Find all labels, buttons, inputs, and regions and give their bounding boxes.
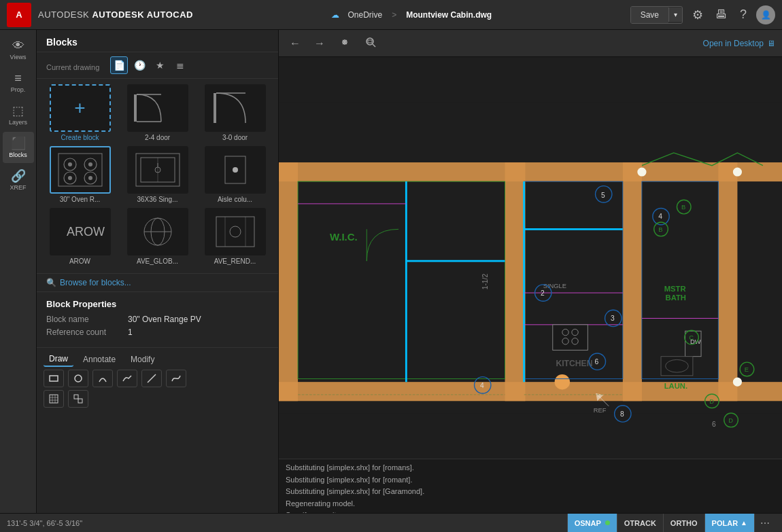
side-panel: Blocks Current drawing 📄 🕐 ★ ≣ + Create … [37, 30, 279, 513]
desktop-icon: 🖥 [767, 39, 775, 48]
svg-rect-102 [553, 325, 588, 350]
tab-icon-file[interactable]: 📄 [110, 56, 128, 74]
list-item[interactable]: AROW AROW [42, 208, 118, 268]
browse-blocks-link[interactable]: 🔍 Browse for blocks... [37, 273, 278, 291]
blocks-label: Blocks [9, 152, 27, 158]
block-sink-label: 36X36 Sing... [127, 196, 188, 203]
tab-draw[interactable]: Draw [44, 352, 73, 367]
tab-icon-favorites[interactable]: ★ [151, 56, 169, 74]
sidebar-item-layers[interactable]: ⬚ Layers [3, 99, 34, 130]
svg-text:1-1/2: 1-1/2 [481, 274, 489, 290]
drawing-area: ← → Open in Desktop 🖥 [279, 30, 782, 513]
open-desktop-label: Open in Desktop [703, 39, 764, 48]
svg-text:REF: REF [594, 407, 607, 414]
rectangle-tool[interactable] [44, 370, 64, 387]
status-bar: 131'-5 3/4", 66'-5 3/16" OSNAP OTRACK OR… [0, 513, 782, 532]
sidebar-item-properties[interactable]: ≡ Prop. [3, 67, 34, 98]
main-area: 👁 Views ≡ Prop. ⬚ Layers ⬛ Blocks 🔗 XREF… [0, 30, 782, 513]
save-button[interactable]: Save [631, 7, 668, 23]
app-title: AUTODESK AUTODESK AUTOCAD [38, 10, 193, 20]
block-grid: + Create block 2-4 door [37, 79, 278, 273]
spline-tool[interactable] [166, 370, 186, 387]
line-tool[interactable] [141, 370, 162, 387]
pan-tool[interactable] [335, 33, 355, 54]
svg-rect-3 [214, 93, 216, 123]
svg-line-31 [148, 374, 156, 383]
otrack-toggle[interactable]: OTRACK [617, 514, 663, 532]
block-2-4-door-label: 2-4 door [127, 134, 188, 141]
status-more-button[interactable]: ⋯ [754, 514, 775, 532]
open-in-desktop-button[interactable]: Open in Desktop 🖥 [703, 39, 775, 48]
tab-annotate[interactable]: Annotate [78, 353, 121, 366]
svg-rect-47 [623, 162, 642, 401]
arc-tool[interactable] [92, 370, 113, 387]
help-button[interactable]: ? [737, 5, 749, 24]
cloud-icon: ☁ [331, 10, 339, 20]
prop-label-refcount: Reference count [46, 327, 128, 337]
svg-text:KITCHEN: KITCHEN [556, 359, 592, 368]
svg-rect-38 [78, 399, 82, 403]
svg-text:AROW: AROW [67, 225, 105, 238]
osnap-toggle[interactable]: OSNAP [567, 514, 617, 532]
coordinates-display: 131'-5 3/4", 66'-5 3/16" [7, 519, 567, 527]
list-item[interactable]: Aisle colu... [197, 146, 273, 206]
svg-text:6: 6 [712, 421, 716, 428]
circle-tool[interactable] [68, 370, 88, 387]
filename: Mountview Cabin.dwg [406, 10, 492, 20]
cmd-msg-2: Substituting [simplex.shx] for [romant]. [286, 474, 775, 486]
block-2-4-door-thumb [127, 84, 188, 132]
undo-button[interactable]: ← [286, 35, 305, 52]
print-button[interactable]: 🖶 [713, 5, 730, 24]
prop-row-refcount: Reference count 1 [46, 327, 269, 337]
list-item[interactable]: 36X36 Sing... [120, 146, 195, 206]
command-line: Substituting [simplex.shx] for [romans].… [279, 459, 782, 513]
list-item[interactable]: + Create block [42, 84, 118, 144]
layers-label: Layers [9, 119, 27, 126]
cmd-msg-5: Specify opposite corner: [286, 510, 775, 513]
canvas-area[interactable]: W.I.C. SINGLE MSTR BATH KITCHEN LAUN. DW… [279, 57, 782, 459]
draw-tools-row-2 [44, 390, 271, 408]
create-block-thumb: + [50, 84, 111, 132]
tab-icon-recent[interactable]: 🕐 [131, 56, 148, 74]
browse-link-text: Browse for blocks... [60, 278, 131, 287]
list-item[interactable]: 30" Oven R... [42, 146, 118, 206]
block-3-0-door-label: 3-0 door [205, 134, 266, 141]
sidebar-item-xref[interactable]: 🔗 XREF [3, 164, 34, 196]
polar-toggle[interactable]: POLAR ▲ [704, 514, 754, 532]
sidebar-item-views[interactable]: 👁 Views [3, 34, 34, 65]
block-arow-thumb: AROW [50, 208, 111, 255]
avatar[interactable]: 👤 [756, 5, 775, 24]
list-item[interactable]: 2-4 door [120, 84, 195, 144]
cmd-msg-3: Substituting [simplex.shx] for [Garamond… [286, 486, 775, 498]
svg-rect-29 [50, 376, 58, 381]
views-label: Views [10, 54, 27, 60]
list-item[interactable]: AVE_REND... [197, 208, 273, 268]
svg-text:B: B [681, 204, 685, 211]
list-item[interactable]: 3-0 door [197, 84, 273, 144]
hatch-tool[interactable] [44, 390, 64, 408]
zoom-window-tool[interactable] [360, 33, 381, 54]
tab-modify[interactable]: Modify [125, 353, 160, 366]
top-bar: A AUTODESK AUTODESK AUTOCAD ☁ OneDrive >… [0, 0, 782, 30]
block-properties-title: Block Properties [46, 299, 269, 309]
tab-icon-list[interactable]: ≣ [171, 56, 189, 74]
polar-caret: ▲ [741, 519, 747, 527]
settings-button[interactable]: ⚙ [690, 5, 706, 25]
sidebar-item-blocks[interactable]: ⬛ Blocks [3, 132, 34, 163]
panel-tab-label: Current drawing [46, 63, 99, 71]
blocks-icon: ⬛ [11, 137, 26, 149]
svg-line-41 [373, 44, 375, 47]
xref-icon: 🔗 [11, 170, 26, 182]
svg-point-50 [637, 167, 646, 176]
svg-rect-43 [279, 102, 782, 414]
save-dropdown-button[interactable]: ▾ [668, 7, 682, 22]
svg-text:2: 2 [541, 289, 545, 297]
cloud-drive-link[interactable]: OneDrive [347, 10, 382, 20]
list-item[interactable]: AVE_GLOB... [120, 208, 195, 268]
polyline-tool[interactable] [117, 370, 137, 387]
svg-text:LAUN.: LAUN. [664, 382, 687, 390]
viewport-tool[interactable] [68, 390, 88, 408]
ortho-toggle[interactable]: ORTHO [663, 514, 704, 532]
redo-button[interactable]: → [310, 35, 329, 52]
svg-point-53 [733, 378, 742, 387]
